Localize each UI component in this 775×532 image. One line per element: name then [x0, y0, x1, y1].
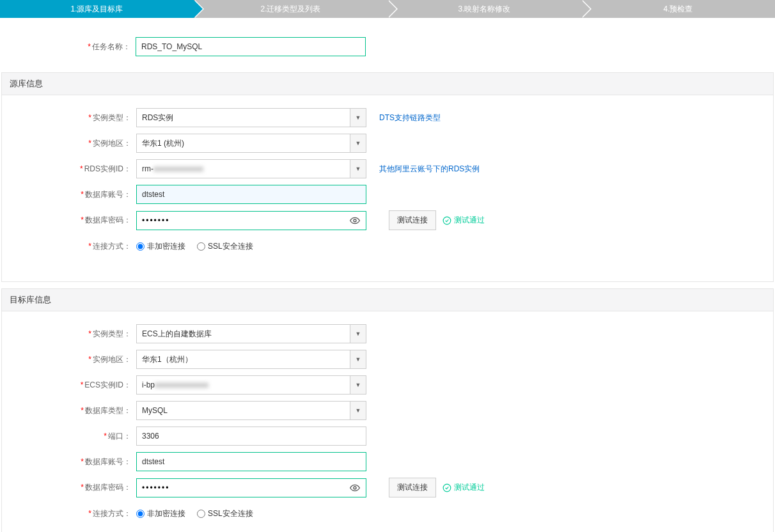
step-1[interactable]: 1.源库及目标库: [0, 0, 194, 18]
src-account-input[interactable]: [136, 185, 366, 204]
tgt-db-type-select[interactable]: MySQL: [136, 401, 366, 420]
src-rds-id-select[interactable]: rm-xxxxxxxxxxxxx: [136, 159, 366, 178]
tgt-port-input[interactable]: [136, 426, 366, 446]
eye-icon[interactable]: [349, 483, 361, 492]
task-name-label: *任务名称：: [1, 42, 136, 52]
tgt-conn-ssl-radio[interactable]: SSL安全连接: [197, 508, 253, 519]
source-header: 源库信息: [2, 73, 773, 95]
svg-point-3: [443, 484, 451, 492]
src-region-label: *实例地区：: [2, 138, 136, 149]
other-account-link[interactable]: 其他阿里云账号下的RDS实例: [379, 164, 480, 175]
target-section: 目标库信息 *实例类型： ECS上的自建数据库 *实例地区： 华东1（杭州） *…: [1, 288, 774, 532]
svg-point-2: [354, 487, 356, 489]
tgt-password-input[interactable]: [142, 483, 349, 492]
tgt-conn-plain-radio[interactable]: 非加密连接: [136, 508, 185, 519]
src-test-connection-button[interactable]: 测试连接: [389, 210, 436, 230]
svg-point-0: [354, 219, 356, 222]
src-region-select[interactable]: 华东1 (杭州): [136, 134, 366, 153]
source-section: 源库信息 *实例类型： RDS实例 DTS支持链路类型 *实例地区： 华东1 (…: [1, 72, 774, 282]
tgt-test-result: 测试通过: [442, 482, 485, 493]
tgt-instance-type-select[interactable]: ECS上的自建数据库: [136, 324, 366, 343]
dts-link-types-link[interactable]: DTS支持链路类型: [379, 113, 441, 123]
step-2[interactable]: 2.迁移类型及列表: [194, 0, 388, 18]
tgt-region-label: *实例地区：: [2, 354, 136, 365]
tgt-region-select[interactable]: 华东1（杭州）: [136, 350, 366, 369]
tgt-ecs-id-select[interactable]: i-bpxxxxxxxxxxxxxx: [136, 375, 366, 395]
src-account-label: *数据库账号：: [2, 189, 136, 200]
step-4[interactable]: 4.预检查: [581, 0, 775, 18]
tgt-instance-type-label: *实例类型：: [2, 329, 136, 340]
svg-point-1: [443, 217, 451, 224]
tgt-account-label: *数据库账号：: [2, 457, 136, 467]
tgt-password-field[interactable]: [136, 478, 366, 497]
src-rds-id-label: *RDS实例ID：: [2, 164, 136, 175]
tgt-password-label: *数据库密码：: [2, 482, 136, 493]
src-instance-type-select[interactable]: RDS实例: [136, 108, 366, 127]
src-password-field[interactable]: [136, 211, 366, 230]
src-password-input[interactable]: [142, 216, 349, 225]
src-conn-plain-radio[interactable]: 非加密连接: [136, 241, 185, 252]
tgt-db-type-label: *数据库类型：: [2, 405, 136, 416]
task-name-input[interactable]: [136, 37, 366, 56]
tgt-ecs-id-label: *ECS实例ID：: [2, 380, 136, 391]
step-nav: 1.源库及目标库 2.迁移类型及列表 3.映射名称修改 4.预检查: [0, 0, 775, 18]
src-test-result: 测试通过: [442, 215, 485, 226]
src-conn-ssl-radio[interactable]: SSL安全连接: [197, 241, 253, 252]
tgt-port-label: *端口：: [2, 431, 136, 442]
eye-icon[interactable]: [349, 216, 361, 225]
src-instance-type-label: *实例类型：: [2, 113, 136, 123]
tgt-account-input[interactable]: [136, 452, 366, 471]
task-name-row: *任务名称：: [1, 31, 775, 72]
tgt-test-connection-button[interactable]: 测试连接: [389, 478, 436, 497]
src-password-label: *数据库密码：: [2, 215, 136, 226]
target-header: 目标库信息: [2, 289, 773, 311]
src-conn-label: *连接方式：: [2, 241, 136, 252]
tgt-conn-label: *连接方式：: [2, 508, 136, 519]
step-3[interactable]: 3.映射名称修改: [388, 0, 581, 18]
